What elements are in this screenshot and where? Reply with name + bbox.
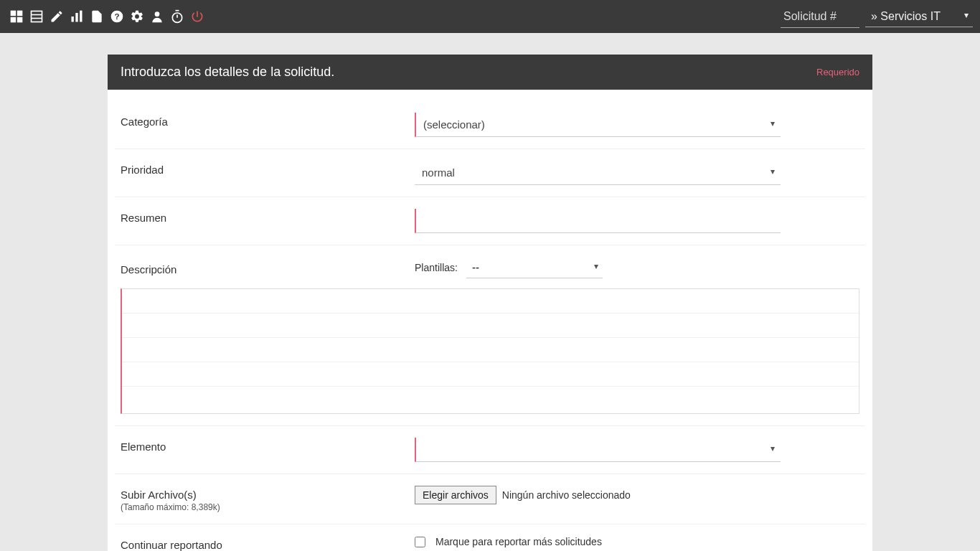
toolbar-icons: ?: [7, 8, 207, 25]
panel-header: Introduzca los detalles de la solicitud.…: [108, 55, 872, 90]
svg-rect-9: [80, 11, 82, 22]
help-icon[interactable]: ?: [108, 8, 126, 25]
row-elemento: Elemento: [115, 426, 865, 474]
row-descripcion: Descripción Plantillas: --: [115, 245, 865, 426]
list-icon[interactable]: [27, 8, 46, 25]
prioridad-select[interactable]: normal: [415, 161, 781, 184]
panel-title: Introduzca los detalles de la solicitud.: [121, 65, 334, 80]
descripcion-label: Descripción: [121, 260, 415, 276]
resumen-input[interactable]: [416, 209, 781, 232]
resumen-input-wrap: [415, 209, 781, 233]
search-group: [781, 6, 859, 28]
plantillas-select-wrap: --: [466, 257, 603, 278]
svg-point-13: [172, 13, 182, 22]
top-toolbar: ? » Servicios IT: [0, 0, 980, 33]
svg-rect-7: [72, 17, 74, 22]
subir-label-col: Subir Archivo(s) (Tamaño máximo: 8,389k): [121, 486, 415, 512]
plantillas-select[interactable]: --: [466, 257, 603, 278]
form-body: Categoría (seleccionar) Prioridad normal: [108, 90, 872, 551]
file-icon[interactable]: [88, 8, 106, 25]
svg-text:?: ?: [114, 11, 119, 21]
pencil-icon[interactable]: [47, 8, 66, 25]
descripcion-textarea-wrap: [121, 288, 859, 414]
file-status-text: Ningún archivo seleccionado: [502, 489, 631, 501]
row-subir: Subir Archivo(s) (Tamaño máximo: 8,389k)…: [115, 474, 865, 524]
row-categoria: Categoría (seleccionar): [115, 101, 865, 149]
descripcion-textarea[interactable]: [122, 289, 859, 411]
continuar-label: Continuar reportando: [121, 536, 415, 551]
plantillas-label: Plantillas:: [415, 262, 458, 273]
search-input[interactable]: [781, 6, 859, 28]
form-panel: Introduzca los detalles de la solicitud.…: [108, 55, 872, 551]
stopwatch-icon[interactable]: [168, 8, 187, 25]
svg-rect-8: [75, 13, 77, 22]
svg-rect-1: [17, 11, 23, 17]
elemento-select[interactable]: [416, 438, 781, 461]
categoria-label: Categoría: [121, 113, 415, 128]
project-select[interactable]: » Servicios IT: [865, 6, 973, 27]
row-continuar: Continuar reportando Marque para reporta…: [115, 524, 865, 551]
subir-label: Subir Archivo(s): [121, 489, 197, 501]
categoria-select-wrap: (seleccionar): [415, 113, 781, 137]
gear-icon[interactable]: [128, 8, 146, 25]
svg-point-12: [155, 11, 160, 17]
resumen-label: Resumen: [121, 209, 415, 224]
chart-icon[interactable]: [67, 8, 86, 25]
power-icon[interactable]: [188, 8, 207, 25]
project-select-wrap: » Servicios IT: [865, 6, 973, 27]
elemento-label: Elemento: [121, 438, 415, 453]
row-resumen: Resumen: [115, 197, 865, 245]
svg-rect-2: [11, 17, 17, 23]
categoria-select[interactable]: (seleccionar): [416, 113, 781, 136]
svg-rect-3: [17, 17, 23, 23]
required-legend: Requerido: [816, 67, 859, 77]
continuar-check-label: Marque para reportar más solicitudes: [435, 536, 602, 547]
subir-hint: (Tamaño máximo: 8,389k): [121, 502, 415, 512]
svg-rect-4: [32, 11, 42, 22]
prioridad-label: Prioridad: [121, 161, 415, 176]
continuar-checkbox[interactable]: [415, 537, 425, 547]
svg-rect-0: [11, 11, 17, 17]
elemento-select-wrap: [415, 438, 781, 462]
prioridad-select-wrap: normal: [415, 161, 781, 185]
row-prioridad: Prioridad normal: [115, 149, 865, 197]
toolbar-right: » Servicios IT: [781, 6, 973, 28]
dashboard-icon[interactable]: [7, 8, 26, 25]
file-choose-button[interactable]: Elegir archivos: [415, 486, 496, 504]
user-icon[interactable]: [148, 8, 166, 25]
